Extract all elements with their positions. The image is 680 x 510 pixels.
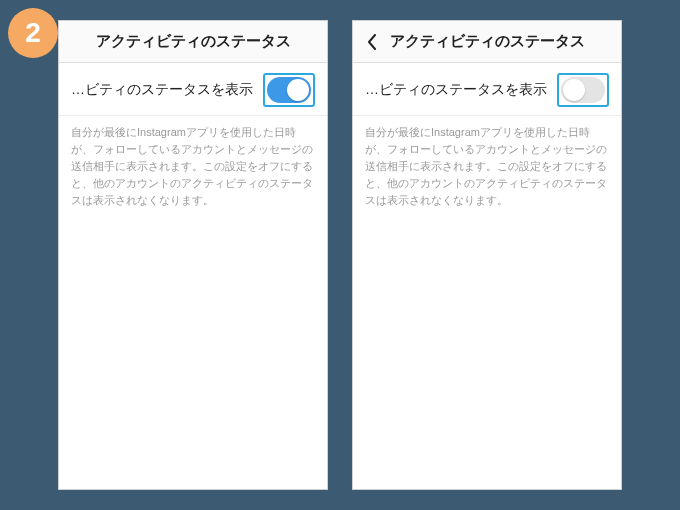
toggle-highlight — [557, 73, 609, 107]
screens-container: アクティビティのステータス …ビティのステータスを表示 自分が最後にInstag… — [0, 0, 680, 510]
toggle-highlight — [263, 73, 315, 107]
activity-status-toggle[interactable] — [267, 77, 311, 103]
screen-left: アクティビティのステータス …ビティのステータスを表示 自分が最後にInstag… — [58, 20, 328, 490]
activity-status-row[interactable]: …ビティのステータスを表示 — [59, 63, 327, 116]
activity-status-description: 自分が最後にInstagramアプリを使用した日時が、フォローしているアカウント… — [59, 116, 327, 217]
activity-status-row[interactable]: …ビティのステータスを表示 — [353, 63, 621, 116]
toggle-knob — [563, 79, 585, 101]
screen-right: アクティビティのステータス …ビティのステータスを表示 自分が最後にInstag… — [352, 20, 622, 490]
chevron-left-icon — [367, 34, 377, 50]
back-button[interactable] — [363, 33, 381, 51]
screen-header: アクティビティのステータス — [59, 21, 327, 63]
step-number: 2 — [25, 17, 41, 49]
step-badge: 2 — [8, 8, 58, 58]
activity-status-label: …ビティのステータスを表示 — [71, 81, 253, 99]
toggle-knob — [287, 79, 309, 101]
header-title: アクティビティのステータス — [96, 32, 291, 51]
screen-header: アクティビティのステータス — [353, 21, 621, 63]
activity-status-description: 自分が最後にInstagramアプリを使用した日時が、フォローしているアカウント… — [353, 116, 621, 217]
activity-status-toggle[interactable] — [561, 77, 605, 103]
header-title: アクティビティのステータス — [390, 32, 585, 51]
activity-status-label: …ビティのステータスを表示 — [365, 81, 547, 99]
